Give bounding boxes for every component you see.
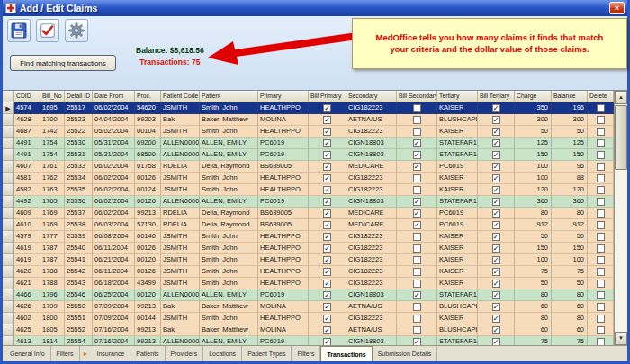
cell-patient-code[interactable]: RDELIA [161,161,200,173]
cell-charge[interactable]: 300 [515,114,552,126]
cell-proc[interactable]: 69200 [135,138,161,149]
cell-proc[interactable]: 00126 [135,243,161,254]
bill-secondary-checkbox[interactable]: ✓ [413,198,421,206]
cell-cdid[interactable]: 4626 [14,301,40,313]
delete-checkbox[interactable] [597,128,605,136]
cell-tertiary[interactable]: KAISER [437,126,478,138]
cell-balance[interactable]: 912 [552,219,588,231]
bill-tertiary-checkbox[interactable]: ✓ [492,256,500,264]
cell-secondary[interactable]: CIG182223 [346,184,397,196]
cell-bill-no[interactable]: 1787 [40,243,65,254]
cell-charge[interactable]: 60 [515,324,552,336]
cell-secondary[interactable]: AETNA/US [346,324,397,336]
cell-bill-no[interactable]: 1754 [40,149,65,161]
cell-date-from[interactable]: 07/09/2004 [93,301,135,313]
cell-tertiary[interactable]: PC6019 [437,161,478,173]
bill-tertiary-checkbox[interactable]: ✓ [492,163,500,171]
delete-checkbox[interactable] [597,116,605,124]
cell-bill-no[interactable]: 1765 [40,196,65,208]
cell-proc[interactable]: 99213 [135,208,161,219]
cell-primary[interactable]: HEALTHPPO [258,231,309,243]
cell-primary[interactable]: MOLINA [258,324,309,336]
cell-detail-id[interactable]: 25546 [65,289,93,301]
cell-cdid[interactable]: 4610 [14,219,40,231]
cell-patient[interactable]: ALLEN, EMILY [200,138,258,149]
cell-patient-code[interactable]: JSMITH [161,126,200,138]
column-header-proc[interactable]: Proc. [135,91,161,102]
bill-tertiary-checkbox[interactable]: ✓ [492,186,500,194]
cell-patient[interactable]: Smith, John [200,254,258,266]
cell-patient-code[interactable]: JSMITH [161,243,200,254]
cell-primary[interactable]: BS639005 [258,219,309,231]
bill-primary-checkbox[interactable]: ✓ [323,244,331,253]
bill-primary-checkbox[interactable]: ✓ [323,280,331,288]
cell-patient[interactable]: Smith, John [200,313,258,324]
cell-bill-no[interactable]: 1787 [40,254,65,266]
cell-detail-id[interactable]: 25550 [65,301,93,313]
cell-cdid[interactable]: 4582 [14,184,40,196]
cell-tertiary[interactable]: KAISER [437,102,478,114]
cell-cdid[interactable]: 4574 [14,102,40,114]
cell-charge[interactable]: 75 [515,266,552,278]
cell-date-from[interactable]: 06/11/2004 [93,266,135,278]
bill-tertiary-checkbox[interactable]: ✓ [492,221,500,229]
cell-balance[interactable]: 360 [552,196,588,208]
cell-primary[interactable]: MOLINA [258,114,309,126]
column-header-charge[interactable]: Charge [515,91,552,102]
cell-tertiary[interactable]: BLUSHCAPL [437,324,478,336]
cell-tertiary[interactable]: PC6019 [437,208,478,219]
cell-tertiary[interactable]: KAISER [437,184,478,196]
cell-balance[interactable]: 150 [552,243,588,254]
cell-balance[interactable]: 88 [552,173,588,184]
cell-balance[interactable]: 120 [552,184,588,196]
bill-secondary-checkbox[interactable]: ✓ [413,221,421,229]
cell-cdid[interactable]: 4579 [14,231,40,243]
cell-cdid[interactable]: 4491 [14,149,40,161]
bill-tertiary-checkbox[interactable]: ✓ [492,104,500,112]
cell-cdid[interactable]: 4602 [14,313,40,324]
cell-detail-id[interactable]: 25554 [65,336,93,345]
cell-secondary[interactable]: AETNA/US [346,114,397,126]
row-selector[interactable] [3,114,14,126]
bill-tertiary-checkbox[interactable]: ✓ [492,280,500,288]
bill-secondary-checkbox[interactable]: ✓ [413,163,421,171]
column-header-secondary[interactable]: Secondary [346,91,397,102]
column-header-patient[interactable]: Patient [200,91,258,102]
bill-primary-checkbox[interactable]: ✓ [323,104,331,112]
column-header-bill-tertiary[interactable]: Bill Tertiary [478,91,515,102]
cell-date-from[interactable]: 07/09/2004 [93,313,135,324]
cell-detail-id[interactable]: 25542 [65,266,93,278]
cell-patient-code[interactable]: JSMITH [161,102,200,114]
cell-secondary[interactable]: CIG182223 [346,173,397,184]
tab-filters[interactable]: Filters [292,346,320,361]
cell-cdid[interactable]: 4581 [14,173,40,184]
cell-detail-id[interactable]: 25541 [65,254,93,266]
column-header-delete[interactable]: Delete [588,91,614,102]
cell-charge[interactable]: 80 [515,313,552,324]
bill-primary-checkbox[interactable]: ✓ [323,151,331,159]
scrollbar-track[interactable] [615,104,627,332]
cell-patient[interactable]: Baker, Matthew [200,301,258,313]
cell-detail-id[interactable]: 25536 [65,196,93,208]
cell-primary[interactable]: HEALTHPPO [258,278,309,289]
cell-balance[interactable]: 150 [552,149,588,161]
cell-cdid[interactable]: 4619 [14,254,40,266]
bill-tertiary-checkbox[interactable]: ✓ [492,116,500,124]
cell-patient[interactable]: Delia, Raymond [200,219,258,231]
cell-charge[interactable]: 100 [515,254,552,266]
cell-date-from[interactable]: 07/16/2004 [93,336,135,345]
tab-patients[interactable]: Patients [130,346,165,361]
delete-checkbox[interactable] [597,268,605,276]
column-header-bill-primary[interactable]: Bill Primary [309,91,346,102]
bill-secondary-checkbox[interactable] [413,256,421,264]
bill-secondary-checkbox[interactable]: ✓ [413,209,421,218]
cell-patient-code[interactable]: Bak [161,324,200,336]
cell-tertiary[interactable]: BLUSHCAPL [437,114,478,126]
bill-primary-checkbox[interactable]: ✓ [323,326,331,334]
row-selector[interactable] [3,138,14,149]
cell-patient-code[interactable]: JSMITH [161,184,200,196]
vertical-scrollbar[interactable]: ▲ ▼ [614,91,627,345]
cell-date-from[interactable]: 06/21/2004 [93,254,135,266]
cell-charge[interactable]: 80 [515,208,552,219]
delete-checkbox[interactable] [597,198,605,206]
